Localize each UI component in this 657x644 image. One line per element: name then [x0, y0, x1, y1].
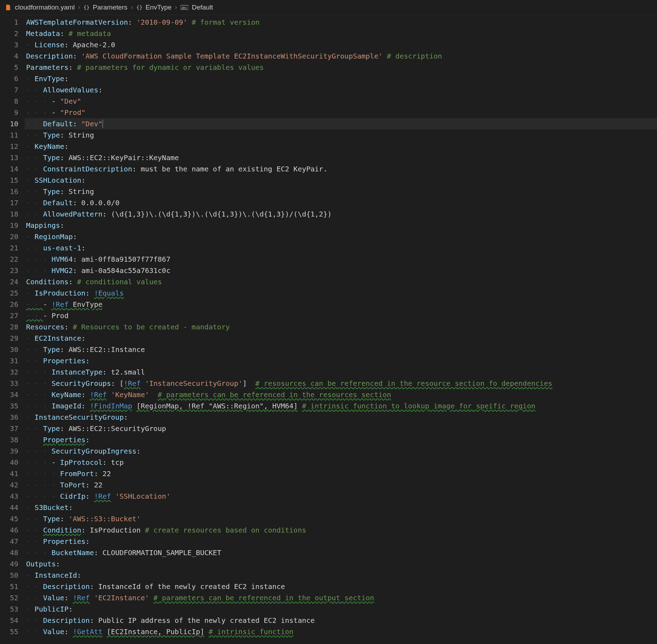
code-line: · · · SecurityGroups: [!Ref 'InstanceSec… — [25, 378, 657, 389]
svg-text:{}: {} — [136, 5, 142, 10]
code-line: · · Type: 'AWS::S3::Bucket' — [25, 513, 657, 524]
code-line: · · Properties: — [25, 536, 657, 547]
code-line: · SSHLocation: — [25, 175, 657, 186]
breadcrumb-envtype[interactable]: EnvType — [146, 2, 172, 13]
code-line: Conditions: # conditional values — [25, 276, 657, 287]
code-line: · EnvType: — [25, 73, 657, 84]
breadcrumb-file[interactable]: cloudformation.yaml — [15, 2, 75, 13]
code-line: · · Type: String — [25, 129, 657, 141]
code-line: · · · - "Dev" — [25, 96, 657, 107]
code-line: · · Type: AWS::EC2::SecurityGroup — [25, 423, 657, 434]
code-line: · · Condition: IsProduction # create res… — [25, 524, 657, 536]
code-line: Mappings: — [25, 220, 657, 231]
code-line: · · Default: 0.0.0.0/0 — [25, 197, 657, 208]
braces-icon: {} — [136, 5, 142, 10]
code-line: · S3Bucket: — [25, 502, 657, 513]
code-line: Outputs: — [25, 558, 657, 570]
code-line: · · us-east-1: — [25, 242, 657, 254]
code-line: · · · HVMG2: ami-0a584ac55a7631c0c — [25, 265, 657, 276]
code-line: · · · · FromPort: 22 — [25, 468, 657, 479]
code-line: · · Type: AWS::EC2::KeyPair::KeyName — [25, 152, 657, 163]
code-line: · KeyName: — [25, 141, 657, 152]
code-line: Metadata: # metadata — [25, 28, 657, 39]
code-line: · · · HVM64: ami-0ff8a91507f77f867 — [25, 254, 657, 265]
braces-icon: {} — [84, 5, 89, 10]
chevron-right-icon: › — [78, 3, 80, 12]
code-line: · License: Apache-2.0 — [25, 39, 657, 50]
abc-icon: abc — [180, 5, 188, 10]
file-icon — [5, 4, 11, 11]
code-line: · InstanceId: — [25, 570, 657, 581]
code-line: · · · · CidrIp: !Ref 'SSHLocation' — [25, 491, 657, 502]
code-line: · PublicIP: — [25, 603, 657, 615]
code-line: · · - Prod — [25, 310, 657, 321]
code-line-active: · · Default: "Dev" — [25, 118, 657, 129]
code-editor[interactable]: 123456789 10 11121314151617181920 212223… — [0, 15, 657, 639]
breadcrumb: cloudformation.yaml › {} Parameters › {}… — [0, 0, 657, 15]
code-line: · · Properties: — [25, 434, 657, 445]
code-line: · · Description: Public IP address of th… — [25, 615, 657, 626]
code-line: Parameters: # parameters for dynamic or … — [25, 62, 657, 73]
code-line: · · Type: AWS::EC2::Instance — [25, 344, 657, 355]
svg-text:abc: abc — [182, 6, 187, 10]
breadcrumb-parameters[interactable]: Parameters — [93, 2, 127, 13]
text-cursor — [103, 120, 103, 128]
code-line: · · ConstraintDescription: must be the n… — [25, 163, 657, 175]
chevron-right-icon: › — [175, 3, 177, 12]
code-line: · EC2Instance: — [25, 333, 657, 344]
code-line: · · · BucketName: CLOUDFORMATION_SAMPLE_… — [25, 547, 657, 558]
svg-text:{}: {} — [84, 5, 89, 10]
code-line: · · · InstanceType: t2.small — [25, 366, 657, 378]
code-line: · · Description: InstanceId of the newly… — [25, 581, 657, 592]
code-line: Description: 'AWS CloudFormation Sample … — [25, 50, 657, 62]
code-line: · · · SecurityGroupIngress: — [25, 445, 657, 457]
code-line: · InstanceSecurityGroup: — [25, 412, 657, 423]
code-line: · · · - "Prod" — [25, 107, 657, 118]
code-line: · · AllowedValues: — [25, 84, 657, 96]
code-line: · IsProduction: !Equals — [25, 287, 657, 299]
code-line: · · · · ToPort: 22 — [25, 479, 657, 491]
chevron-right-icon: › — [131, 3, 133, 12]
code-line: · · Value: !Ref 'EC2Instance' # paramete… — [25, 592, 657, 603]
code-line: Resources: # Resources to be created - m… — [25, 321, 657, 333]
code-line: · · Type: String — [25, 186, 657, 197]
code-line: · · AllowedPattern: (\d{1,3})\.(\d{1,3})… — [25, 208, 657, 220]
code-content[interactable]: AWSTemplateFormatVersion: '2010-09-09' #… — [25, 15, 657, 639]
code-line: · · · KeyName: !Ref 'KeyName' # paramete… — [25, 389, 657, 400]
code-line: · · · - IpProtocol: tcp — [25, 457, 657, 468]
code-line: · · - !Ref EnvType — [25, 299, 657, 310]
code-line: · · Properties: — [25, 355, 657, 366]
code-line: · · Value: !GetAtt [EC2Instance, PublicI… — [25, 626, 657, 637]
breadcrumb-default[interactable]: Default — [192, 2, 213, 13]
line-number-gutter: 123456789 10 11121314151617181920 212223… — [0, 15, 25, 639]
code-line: · · · ImageId: !FindInMap [RegionMap, !R… — [25, 400, 657, 412]
code-line: · RegionMap: — [25, 231, 657, 242]
code-line: AWSTemplateFormatVersion: '2010-09-09' #… — [25, 17, 657, 28]
